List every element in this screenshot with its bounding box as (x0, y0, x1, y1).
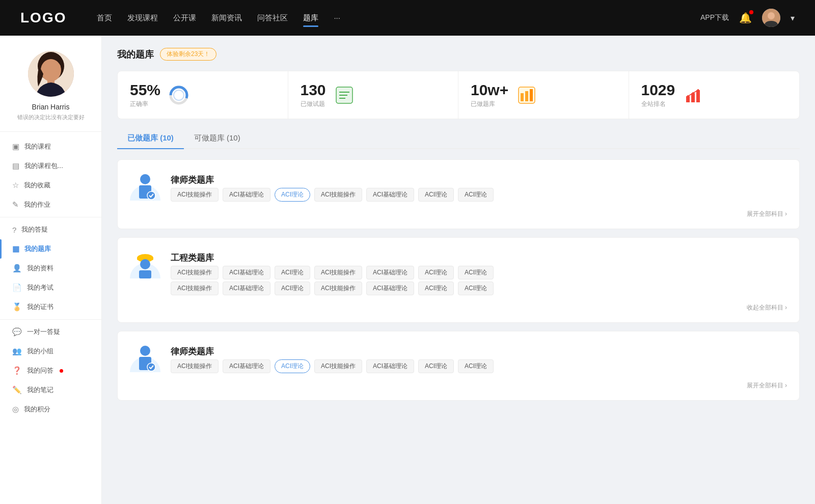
sidebar-item-homework[interactable]: ✎ 我的作业 (0, 195, 101, 214)
stats-row: 55% 正确率 130 已做试题 (117, 71, 800, 119)
tag-2-r2-5[interactable]: ACI理论 (418, 282, 454, 295)
tag-2-r2-0[interactable]: ACI技能操作 (171, 282, 219, 295)
qbank-card-engineer: 工程类题库 ACI技能操作 ACI基础理论 ACI理论 ACI技能操作 ACI基… (117, 237, 800, 323)
qbank-header-2: 工程类题库 ACI技能操作 ACI基础理论 ACI理论 ACI技能操作 ACI基… (130, 248, 787, 295)
sidebar-label-question-bank: 我的题库 (24, 244, 51, 254)
tag-3-5[interactable]: ACI理论 (418, 359, 454, 373)
tag-2-1[interactable]: ACI基础理论 (223, 266, 270, 279)
avatar[interactable] (762, 9, 780, 27)
tag-2-3[interactable]: ACI技能操作 (314, 266, 362, 279)
tag-2-6[interactable]: ACI理论 (458, 266, 494, 279)
homework-icon: ✎ (12, 200, 19, 209)
nav-qa[interactable]: 问答社区 (257, 13, 288, 23)
trial-badge: 体验剩余23天！ (160, 48, 216, 61)
collapse-link-2[interactable]: 收起全部科目 › (130, 303, 787, 312)
tag-2-0[interactable]: ACI技能操作 (171, 266, 219, 279)
qbank-name-3: 律师类题库 (171, 346, 494, 357)
tag-2-r2-1[interactable]: ACI基础理论 (223, 282, 270, 295)
tag-2-r2-2[interactable]: ACI理论 (275, 282, 310, 295)
tag-3-6[interactable]: ACI理论 (458, 359, 494, 373)
nav-home[interactable]: 首页 (97, 13, 112, 23)
sidebar-item-my-qa[interactable]: ? 我的答疑 (0, 220, 101, 239)
tag-2-2[interactable]: ACI理论 (275, 266, 310, 279)
tag-3-0[interactable]: ACI技能操作 (171, 359, 219, 373)
qbank-card-lawyer-2: 律师类题库 ACI技能操作 ACI基础理论 ACI理论 ACI技能操作 ACI基… (117, 331, 800, 401)
accuracy-chart-icon (169, 85, 189, 105)
tag-3-3[interactable]: ACI技能操作 (314, 359, 362, 373)
tag-2-r2-6[interactable]: ACI理论 (458, 282, 494, 295)
notification-bell-icon[interactable]: 🔔 (739, 12, 752, 24)
tag-2-r2-4[interactable]: ACI基础理论 (366, 282, 414, 295)
stat-done-banks-info: 10w+ 已做题库 (471, 81, 508, 108)
tag-1-1[interactable]: ACI基础理论 (223, 188, 270, 202)
sidebar-label-my-group: 我的小组 (27, 347, 53, 356)
user-menu-chevron-icon[interactable]: ▾ (791, 13, 795, 23)
svg-point-32 (140, 259, 150, 269)
tag-3-4[interactable]: ACI基础理论 (366, 359, 414, 373)
qbank-tags-2-row1: ACI技能操作 ACI基础理论 ACI理论 ACI技能操作 ACI基础理论 AC… (171, 266, 494, 279)
sidebar-item-my-course[interactable]: ▣ 我的课程 (0, 137, 101, 156)
nav-discover[interactable]: 发现课程 (127, 13, 158, 23)
qbank-header-1: 律师类题库 ACI技能操作 ACI基础理论 ACI理论 ACI技能操作 ACI基… (130, 170, 787, 202)
sidebar-label-my-questions: 我的问答 (27, 366, 53, 375)
course-pack-icon: ▤ (12, 161, 19, 171)
svg-point-6 (52, 63, 61, 72)
tag-3-1[interactable]: ACI基础理论 (223, 359, 270, 373)
sidebar-item-my-notes[interactable]: ✏️ 我的笔记 (0, 380, 101, 400)
tag-1-6[interactable]: ACI理论 (458, 188, 494, 202)
sidebar-item-my-certificate[interactable]: 🏅 我的证书 (0, 297, 101, 317)
nav-question-bank[interactable]: 题库 (303, 13, 318, 23)
qbank-tags-3: ACI技能操作 ACI基础理论 ACI理论 ACI技能操作 ACI基础理论 AC… (171, 359, 494, 373)
profile-icon: 👤 (12, 264, 22, 273)
svg-point-27 (147, 191, 155, 200)
main-layout: Brian Harris 错误的决定比没有决定要好 ▣ 我的课程 ▤ 我的课程包… (0, 36, 815, 504)
nav-more[interactable]: ··· (334, 13, 340, 23)
tag-1-2[interactable]: ACI理论 (275, 188, 310, 202)
tabs-row: 已做题库 (10) 可做题库 (10) (117, 129, 800, 149)
logo[interactable]: LOGO (20, 10, 66, 26)
tag-2-r2-3[interactable]: ACI技能操作 (314, 282, 362, 295)
tag-2-5[interactable]: ACI理论 (418, 266, 454, 279)
sidebar-item-my-group[interactable]: 👥 我的小组 (0, 342, 101, 361)
sidebar-item-my-profile[interactable]: 👤 我的资料 (0, 259, 101, 278)
app-download-link[interactable]: APP下载 (700, 13, 729, 22)
stat-done-questions-info: 130 已做试题 (301, 81, 326, 108)
nav-open-course[interactable]: 公开课 (173, 13, 196, 23)
svg-point-21 (687, 95, 689, 97)
sidebar-item-favorites[interactable]: ☆ 我的收藏 (0, 176, 101, 195)
tag-1-4[interactable]: ACI基础理论 (366, 188, 414, 202)
sidebar-divider-2 (0, 319, 101, 320)
tab-done-banks[interactable]: 已做题库 (10) (117, 129, 184, 148)
sidebar-item-course-pack[interactable]: ▤ 我的课程包... (0, 156, 101, 176)
lawyer-icon-2 (130, 342, 160, 372)
sidebar-item-my-points[interactable]: ◎ 我的积分 (0, 400, 101, 419)
stat-done-questions-label: 已做试题 (301, 100, 326, 108)
sidebar-item-my-exam[interactable]: 📄 我的考试 (0, 278, 101, 297)
expand-link-1[interactable]: 展开全部科目 › (130, 210, 787, 218)
banks-chart-icon (517, 85, 537, 105)
sidebar-item-my-question-bank[interactable]: ▦ 我的题库 (0, 239, 101, 259)
stat-done-banks-label: 已做题库 (471, 100, 508, 108)
points-icon: ◎ (12, 405, 19, 414)
tag-1-3[interactable]: ACI技能操作 (314, 188, 362, 202)
tag-1-0[interactable]: ACI技能操作 (171, 188, 219, 202)
svg-rect-31 (140, 256, 150, 259)
sidebar-item-one-on-one[interactable]: 💬 一对一答疑 (0, 322, 101, 342)
tag-3-2[interactable]: ACI理论 (275, 359, 310, 373)
sidebar-divider-1 (0, 217, 101, 217)
tab-todo-banks[interactable]: 可做题库 (10) (184, 129, 251, 148)
svg-point-1 (768, 12, 775, 19)
nav-news[interactable]: 新闻资讯 (211, 13, 242, 23)
qbank-info-3: 律师类题库 ACI技能操作 ACI基础理论 ACI理论 ACI技能操作 ACI基… (171, 342, 494, 373)
svg-point-25 (140, 174, 150, 184)
engineer-icon (130, 248, 160, 278)
tag-2-4[interactable]: ACI基础理论 (366, 266, 414, 279)
sidebar-item-my-questions[interactable]: ❓ 我的问答 (0, 361, 101, 380)
qbank-name-1: 律师类题库 (171, 174, 494, 186)
stat-site-rank-label: 全站排名 (641, 100, 675, 108)
tag-1-5[interactable]: ACI理论 (418, 188, 454, 202)
expand-link-3[interactable]: 展开全部科目 › (130, 381, 787, 390)
notification-dot (749, 10, 753, 14)
nav-right: APP下载 🔔 ▾ (700, 9, 795, 27)
page-header: 我的题库 体验剩余23天！ (117, 48, 800, 61)
